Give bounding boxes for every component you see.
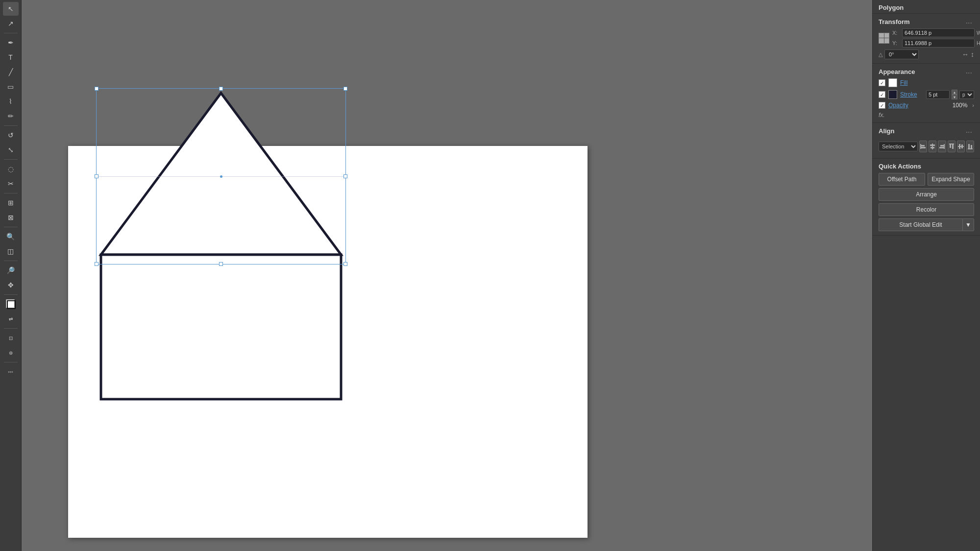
svg-rect-7 xyxy=(931,147,934,148)
right-panel: Polygon Transform ··· X: W: Y: H xyxy=(872,0,980,551)
rotate-tool[interactable]: ↺ xyxy=(3,128,19,142)
transform-reference-point[interactable] xyxy=(879,33,889,44)
stroke-unit-select[interactable]: pt px xyxy=(959,91,974,99)
live-paint-tool[interactable]: ⊠ xyxy=(3,211,19,224)
align-buttons-row: Selection Key Object Artboard xyxy=(879,141,974,152)
svg-rect-17 xyxy=(968,148,973,149)
align-left-edges-btn[interactable] xyxy=(919,141,927,152)
transform-section: Transform ··· X: W: Y: H: xyxy=(873,14,980,64)
transform-title: Transform xyxy=(879,18,910,25)
global-edit-dropdown[interactable]: ▼ xyxy=(962,218,974,231)
x-label: X: xyxy=(892,30,900,36)
left-toolbar: ↖ ↗ ✒ T ╱ ▭ ⌇ ✏ ↺ ⤡ ◌ ✂ ⊞ ⊠ 🔍 ◫ 🔎 ✥ ⇄ ⊡ … xyxy=(0,0,22,551)
eraser-tool[interactable]: ◌ xyxy=(3,162,19,176)
svg-rect-15 xyxy=(959,144,960,149)
y-input[interactable] xyxy=(902,39,975,48)
svg-rect-10 xyxy=(939,147,944,148)
align-right-edges-btn[interactable] xyxy=(938,141,946,152)
fx-row: fx. xyxy=(879,112,974,119)
direct-select-tool[interactable]: ↗ xyxy=(3,17,19,30)
align-bottom-edges-btn[interactable] xyxy=(966,141,974,152)
stroke-box[interactable] xyxy=(7,300,16,309)
pencil-tool[interactable]: ✏ xyxy=(3,109,19,123)
fill-color-swatch[interactable] xyxy=(888,78,897,87)
handle-top-right[interactable] xyxy=(343,87,347,91)
svg-rect-6 xyxy=(930,144,935,146)
stroke-row: Stroke ▲ ▼ pt px xyxy=(879,90,974,99)
fill-label[interactable]: Fill xyxy=(900,79,974,86)
h-label: H: xyxy=(977,40,980,46)
brush-tool[interactable]: ⌇ xyxy=(3,95,19,108)
align-to-select[interactable]: Selection Key Object Artboard xyxy=(879,142,918,151)
align-section: Align ··· Selection Key Object Artboard xyxy=(873,123,980,159)
appearance-title: Appearance xyxy=(879,68,915,75)
align-center-vertical-btn[interactable] xyxy=(957,141,965,152)
stroke-decrease[interactable]: ▼ xyxy=(952,95,957,99)
shape-builder-tool[interactable]: ⊞ xyxy=(3,196,19,210)
type-tool[interactable]: T xyxy=(3,50,19,64)
svg-rect-4 xyxy=(921,147,926,148)
stroke-value-input[interactable] xyxy=(926,90,950,99)
angle-icon: △ xyxy=(879,51,882,58)
start-global-edit-row: Start Global Edit ▼ xyxy=(879,218,974,231)
opacity-chevron[interactable]: › xyxy=(972,102,974,108)
scissors-tool[interactable]: ✂ xyxy=(3,177,19,191)
pen-tool[interactable]: ✒ xyxy=(3,36,19,49)
align-title: Align xyxy=(879,127,895,135)
canvas-page xyxy=(68,146,588,538)
shape-type-label: Polygon xyxy=(879,4,904,11)
eyedropper-tool[interactable]: 🔍 xyxy=(3,230,19,243)
svg-rect-14 xyxy=(958,146,964,147)
shape-tool[interactable]: ▭ xyxy=(3,80,19,94)
svg-rect-19 xyxy=(971,145,972,148)
stroke-label[interactable]: Stroke xyxy=(900,91,923,98)
svg-rect-9 xyxy=(940,145,944,146)
select-tool[interactable]: ↖ xyxy=(3,2,19,16)
align-more-options[interactable]: ··· xyxy=(964,127,974,138)
recolor-button[interactable]: Recolor xyxy=(879,203,974,216)
symbol-sprayer[interactable]: ⊛ xyxy=(3,346,19,359)
flip-horizontal-btn[interactable]: ↔ xyxy=(962,50,969,58)
toolbar-separator-6 xyxy=(4,261,18,261)
align-top-edges-btn[interactable] xyxy=(948,141,956,152)
shape-type-header: Polygon xyxy=(873,0,980,14)
stroke-increase[interactable]: ▲ xyxy=(952,90,957,95)
align-center-horizontal-btn[interactable] xyxy=(929,141,936,152)
svg-rect-16 xyxy=(961,144,963,148)
toolbar-separator-7 xyxy=(4,294,18,295)
svg-rect-3 xyxy=(921,145,925,146)
scale-tool[interactable]: ⤡ xyxy=(3,143,19,157)
opacity-checkbox[interactable] xyxy=(879,102,885,109)
fill-stroke-selector[interactable] xyxy=(4,297,18,311)
svg-rect-12 xyxy=(950,144,951,148)
handle-top-left[interactable] xyxy=(95,87,98,91)
gradient-tool[interactable]: ◫ xyxy=(3,244,19,258)
expand-shape-button[interactable]: Expand Shape xyxy=(928,173,974,186)
fill-checkbox[interactable] xyxy=(879,79,885,86)
artboard-tool[interactable]: ⊡ xyxy=(3,331,19,345)
arrange-button[interactable]: Arrange xyxy=(879,188,974,201)
zoom-tool[interactable]: 🔎 xyxy=(3,264,19,277)
hand-tool[interactable]: ✥ xyxy=(3,278,19,292)
x-input[interactable] xyxy=(902,28,975,37)
stroke-color-swatch[interactable] xyxy=(888,90,897,99)
handle-top-center[interactable] xyxy=(219,87,223,91)
fill-row: Fill xyxy=(879,78,974,87)
flip-vertical-btn[interactable]: ↕ xyxy=(971,50,974,58)
canvas-area[interactable] xyxy=(22,0,872,551)
more-tools[interactable]: ••• xyxy=(3,365,19,379)
angle-select[interactable]: 0° 90° 180° 270° xyxy=(884,49,919,59)
toolbar-separator-1 xyxy=(4,33,18,33)
svg-rect-13 xyxy=(952,144,954,149)
transform-more-options[interactable]: ··· xyxy=(964,18,974,28)
opacity-label[interactable]: Opacity xyxy=(888,102,950,109)
opacity-value: 100% xyxy=(953,102,968,109)
stroke-checkbox[interactable] xyxy=(879,91,885,98)
opacity-row: Opacity 100% › xyxy=(879,102,974,109)
fx-label[interactable]: fx. xyxy=(879,112,885,119)
offset-path-button[interactable]: Offset Path xyxy=(879,173,925,186)
start-global-edit-button[interactable]: Start Global Edit xyxy=(879,218,962,231)
appearance-more-options[interactable]: ··· xyxy=(964,68,974,78)
line-tool[interactable]: ╱ xyxy=(3,65,19,79)
swap-fill-stroke[interactable]: ⇄ xyxy=(3,312,19,326)
